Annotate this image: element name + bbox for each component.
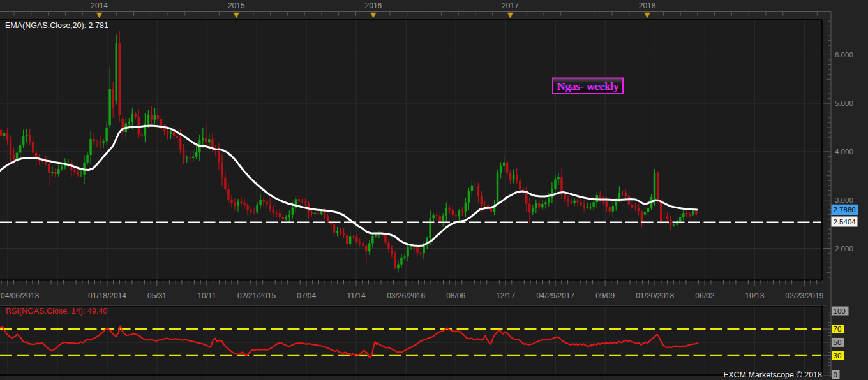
svg-text:11/14: 11/14 [347,291,366,300]
svg-text:4.000: 4.000 [835,148,853,156]
svg-text:09/09: 09/09 [595,291,615,300]
svg-text:2015: 2015 [228,1,245,10]
svg-text:04/29/2017: 04/29/2017 [536,291,574,300]
svg-text:6.000: 6.000 [835,51,853,59]
svg-text:EMA(NGAS.Close,20): 2.781: EMA(NGAS.Close,20): 2.781 [5,21,108,30]
svg-text:5.000: 5.000 [835,99,853,107]
svg-text:100: 100 [834,307,846,315]
svg-text:3.000: 3.000 [835,196,853,204]
svg-text:2016: 2016 [365,1,382,10]
svg-text:Ngas- weekly: Ngas- weekly [557,80,619,92]
svg-text:12/17: 12/17 [496,291,515,300]
svg-text:0: 0 [834,371,837,379]
svg-text:01/20/2018: 01/20/2018 [636,291,674,300]
svg-text:50: 50 [834,339,842,346]
svg-text:30: 30 [834,352,842,360]
svg-text:70: 70 [834,325,842,333]
svg-text:2018: 2018 [639,1,656,10]
svg-text:2017: 2017 [502,1,519,10]
svg-text:10/13: 10/13 [745,291,764,300]
svg-text:05/31: 05/31 [147,291,167,300]
svg-text:2.000: 2.000 [835,245,853,252]
svg-text:2.5404: 2.5404 [834,218,857,226]
svg-text:RSI(NGAS.Close, 14): 49.40: RSI(NGAS.Close, 14): 49.40 [6,307,107,316]
svg-text:03/26/2016: 03/26/2016 [387,291,425,300]
svg-text:07/04: 07/04 [297,291,316,300]
svg-text:04/06/2013: 04/06/2013 [1,291,39,300]
svg-text:08/06: 08/06 [446,291,465,300]
svg-text:02/23/2019: 02/23/2019 [785,291,823,300]
svg-text:2.7880: 2.7880 [834,206,856,214]
svg-text:06/02: 06/02 [695,291,714,300]
svg-text:01/18/2014: 01/18/2014 [88,291,126,300]
svg-text:02/21/2015: 02/21/2015 [237,291,276,300]
svg-text:FXCM Marketscope © 2018: FXCM Marketscope © 2018 [724,370,822,379]
svg-text:2014: 2014 [91,1,108,10]
svg-text:10/11: 10/11 [197,291,216,300]
